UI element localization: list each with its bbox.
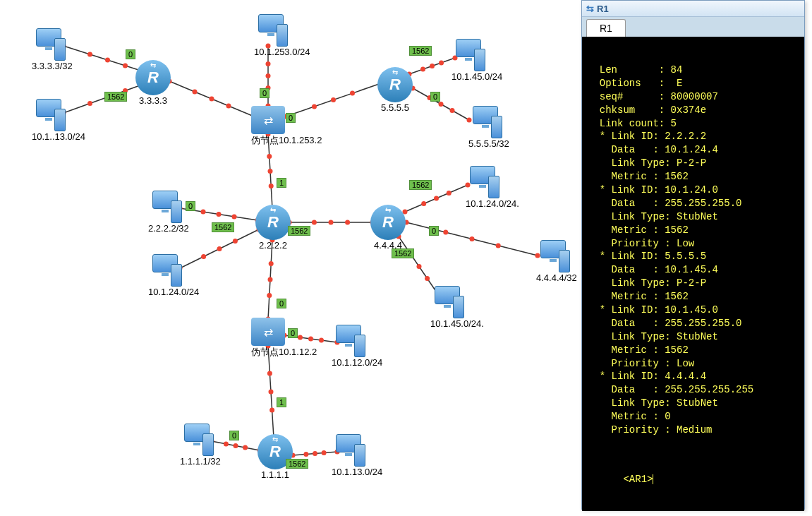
terminal-line: chksum : 0x374e: [588, 104, 799, 117]
terminal-line: Data : 255.255.255.255: [588, 383, 799, 397]
terminal-line: * Link ID: 2.2.2.2: [588, 130, 799, 143]
tab-r1[interactable]: R1: [586, 19, 626, 37]
terminal-line: Data : 255.255.255.0: [588, 317, 799, 330]
terminal-line: Data : 10.1.45.4: [588, 263, 799, 277]
terminal-line: seq# : 80000007: [588, 90, 799, 104]
metric-badge: 1562: [288, 226, 310, 236]
terminal-line: Priority : Low: [588, 237, 799, 251]
metric-badge: 1562: [104, 92, 127, 102]
metric-badge: 0: [126, 49, 135, 59]
terminal-line: * Link ID: 10.1.24.0: [588, 184, 799, 197]
metric-badge: 1: [277, 397, 286, 407]
terminal-line: Link Type: StubNet: [588, 397, 799, 410]
prompt: <AR1>: [623, 474, 653, 485]
window-title: R1: [597, 4, 609, 14]
terminal-window[interactable]: R1 R1 Len : 84 Options : E seq# : 800000…: [581, 0, 805, 510]
terminal-line: Len : 84: [588, 64, 799, 77]
cursor-icon: [653, 474, 653, 484]
terminal-line: * Link ID: 4.4.4.4: [588, 370, 799, 383]
metric-badge: 0: [430, 92, 440, 102]
terminal-line: Data : 255.255.255.0: [588, 197, 799, 210]
metric-badge: 0: [277, 299, 286, 308]
metric-badge: 0: [229, 431, 239, 440]
topology-canvas[interactable]: 3.3.3.35.5.5.52.2.2.24.4.4.41.1.1.1⇄伪节点1…: [0, 0, 578, 516]
metric-badge: 0: [429, 226, 439, 236]
terminal-line: Options : E: [588, 77, 799, 90]
terminal-line: Metric : 1562: [588, 224, 799, 237]
terminal-line: Link count: 5: [588, 117, 799, 131]
metric-badge: 0: [286, 113, 296, 123]
tab-bar: R1: [582, 17, 804, 37]
terminal-line: Metric : 1562: [588, 344, 799, 357]
tab-label: R1: [600, 23, 612, 34]
terminal-line: Priority : Low: [588, 357, 799, 371]
terminal-line: Link Type: P-2-P: [588, 157, 799, 170]
metric-badge: 1562: [212, 222, 234, 232]
terminal-line: Link Type: StubNet: [588, 330, 799, 344]
metric-badge: 0: [288, 328, 298, 338]
title-bar[interactable]: R1: [582, 1, 804, 17]
terminal-line: Link Type: P-2-P: [588, 277, 799, 290]
badges-layer: 015620015620101562156215620156200101562: [0, 0, 578, 516]
metric-badge: 1562: [392, 248, 414, 258]
metric-badge: 0: [186, 201, 195, 211]
terminal-line: Data : 10.1.24.4: [588, 143, 799, 157]
terminal-lines: Len : 84 Options : E seq# : 80000007 chk…: [588, 64, 799, 437]
metric-badge: 1562: [409, 46, 432, 56]
metric-badge: 1562: [409, 180, 432, 190]
prompt-line: <AR1>: [588, 460, 799, 500]
terminal-line: Link Type: StubNet: [588, 210, 799, 224]
metric-badge: 1562: [286, 459, 308, 469]
metric-badge: 0: [260, 88, 269, 98]
terminal-line: * Link ID: 5.5.5.5: [588, 250, 799, 263]
terminal-line: * Link ID: 10.1.45.0: [588, 304, 799, 317]
metric-badge: 1: [277, 178, 286, 188]
terminal-line: Metric : 1562: [588, 170, 799, 184]
terminal-line: Metric : 1562: [588, 290, 799, 304]
terminal-line: Priority : Medium: [588, 424, 799, 437]
terminal-line: Metric : 0: [588, 410, 799, 424]
terminal-output[interactable]: Len : 84 Options : E seq# : 80000007 chk…: [582, 37, 804, 511]
